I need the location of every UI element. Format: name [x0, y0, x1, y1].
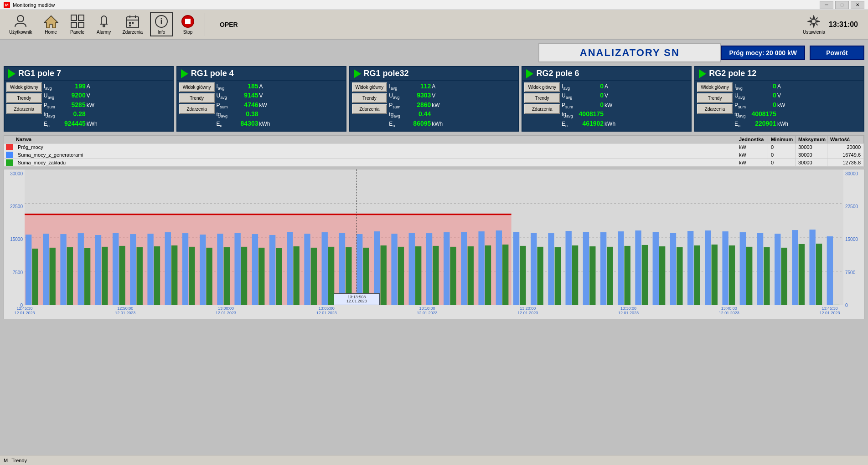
x-label: 13:00:0012.01.2023	[212, 306, 240, 315]
svg-rect-49	[234, 233, 240, 305]
svg-rect-25	[26, 235, 31, 305]
panel-rg2p6: RG2 pole 6Widok głównyTrendyZdarzeniaIav…	[522, 66, 692, 132]
panel-btn-widokgłówny[interactable]: Widok główny	[179, 82, 215, 92]
svg-rect-102	[694, 245, 700, 305]
y-label-right: 22500	[845, 204, 864, 209]
svg-rect-28	[49, 248, 55, 305]
toolbar-home-button[interactable]: Home	[40, 12, 62, 36]
toolbar-zdarzenia-button[interactable]: Zdarzenia	[119, 12, 146, 36]
row-unit: kW	[736, 143, 768, 151]
toolbar-panele-button[interactable]: Panele	[66, 12, 89, 36]
info-icon: i	[154, 14, 169, 29]
restore-button[interactable]: □	[835, 1, 849, 9]
y-label-left: 22500	[4, 204, 23, 209]
svg-rect-113	[792, 230, 798, 305]
data-row-U: Uavg9303V	[389, 92, 516, 100]
toolbar-stop-button[interactable]: Stop	[176, 12, 199, 36]
alarmy-label: Alarmy	[97, 30, 111, 35]
svg-rect-79	[496, 230, 502, 305]
data-value: 0.38	[233, 110, 258, 118]
svg-rect-105	[722, 231, 728, 305]
close-button[interactable]: ✕	[851, 1, 864, 9]
toolbar-info-button[interactable]: i Info	[150, 12, 173, 36]
svg-rect-31	[78, 233, 84, 305]
panel-btn-widokgłówny[interactable]: Widok główny	[524, 82, 560, 92]
panel-btn-trendy[interactable]: Trendy	[524, 93, 560, 103]
panel-title: RG2 pole 12	[709, 69, 756, 78]
svg-text:12.01.2023: 12.01.2023	[346, 299, 367, 303]
panel-btn-trendy[interactable]: Trendy	[697, 93, 733, 103]
minimize-button[interactable]: ─	[820, 1, 833, 9]
svg-rect-40	[154, 246, 160, 305]
svg-rect-12	[129, 22, 131, 24]
panel-rg1p7: RG1 pole 7Widok głównyTrendyZdarzeniaIav…	[4, 66, 174, 132]
row-color-box	[6, 144, 13, 150]
svg-rect-84	[537, 247, 543, 305]
panel-title: RG1 pole 7	[18, 69, 61, 78]
svg-rect-3	[71, 15, 77, 20]
data-unit: A	[432, 83, 443, 90]
data-label: Iavg	[562, 83, 578, 91]
data-unit: kWh	[259, 121, 271, 127]
panel-btn-widokgłówny[interactable]: Widok główny	[352, 82, 388, 92]
table-row: Suma_mocy_z_generatoramikW03000016749.6	[4, 151, 864, 159]
svg-rect-59	[322, 232, 328, 305]
panel-btn-zdarzenia[interactable]: Zdarzenia	[6, 104, 42, 114]
svg-rect-14	[129, 25, 131, 26]
svg-rect-96	[642, 245, 648, 305]
data-value: 220901	[751, 120, 776, 127]
panel-rg1p32: RG1 pole32Widok głównyTrendyZdarzeniaIav…	[349, 66, 519, 132]
svg-rect-111	[775, 234, 780, 305]
svg-rect-103	[705, 230, 711, 305]
row-name: Suma_mocy_z_generatorami	[15, 151, 736, 158]
status-tab1[interactable]: Trendy	[11, 458, 27, 463]
panel-btn-widokgłówny[interactable]: Widok główny	[697, 82, 733, 92]
zdarzenia-label: Zdarzenia	[123, 30, 143, 35]
svg-rect-58	[311, 248, 317, 305]
y-label-right: 0	[845, 303, 864, 308]
svg-rect-34	[102, 247, 108, 305]
data-value: 0	[579, 82, 604, 90]
toolbar-alarmy-button[interactable]: Alarmy	[93, 12, 115, 36]
svg-rect-99	[670, 233, 676, 305]
data-unit: A	[604, 83, 616, 90]
data-label: Psum	[217, 102, 232, 109]
svg-rect-85	[548, 233, 554, 305]
data-value: 185	[233, 82, 258, 90]
panel-btn-zdarzenia[interactable]: Zdarzenia	[352, 104, 388, 114]
panel-btn-zdarzenia[interactable]: Zdarzenia	[179, 104, 215, 114]
row-min: 0	[768, 159, 796, 166]
data-label: Iavg	[44, 83, 60, 91]
svg-rect-97	[653, 232, 659, 305]
powrot-button[interactable]: Powrót	[810, 46, 864, 60]
window-controls[interactable]: ─ □ ✕	[820, 1, 864, 9]
panel-btn-trendy[interactable]: Trendy	[352, 93, 388, 103]
panel-btn-zdarzenia[interactable]: Zdarzenia	[697, 104, 733, 114]
svg-rect-53	[269, 235, 275, 305]
panel-btn-trendy[interactable]: Trendy	[6, 93, 42, 103]
svg-rect-81	[513, 232, 519, 305]
data-label: Uavg	[562, 92, 578, 100]
svg-rect-70	[415, 246, 421, 305]
toolbar-settings-button[interactable]: Ustawienia	[803, 14, 825, 35]
svg-rect-115	[809, 230, 815, 305]
data-value: 4008175	[751, 110, 776, 118]
svg-rect-33	[95, 235, 101, 305]
panel-btn-zdarzenia[interactable]: Zdarzenia	[524, 104, 560, 114]
data-label: tgavg	[562, 111, 578, 118]
data-unit: V	[777, 92, 789, 99]
svg-rect-95	[635, 230, 641, 305]
row-color-box	[6, 152, 13, 158]
data-label: Uavg	[44, 92, 60, 100]
svg-rect-32	[84, 248, 90, 305]
svg-rect-112	[781, 248, 787, 305]
svg-rect-101	[687, 231, 693, 305]
panel-btn-widokgłówny[interactable]: Widok główny	[6, 82, 42, 92]
svg-rect-114	[799, 244, 805, 305]
toolbar-uzytkownik-button[interactable]: Użytkownik	[5, 12, 36, 36]
data-row-P: Psum4746kW	[217, 101, 344, 109]
data-unit: V	[432, 92, 443, 99]
y-axis-left: 07500150002250030000	[4, 169, 25, 310]
data-label: Psum	[44, 102, 60, 109]
panel-btn-trendy[interactable]: Trendy	[179, 93, 215, 103]
